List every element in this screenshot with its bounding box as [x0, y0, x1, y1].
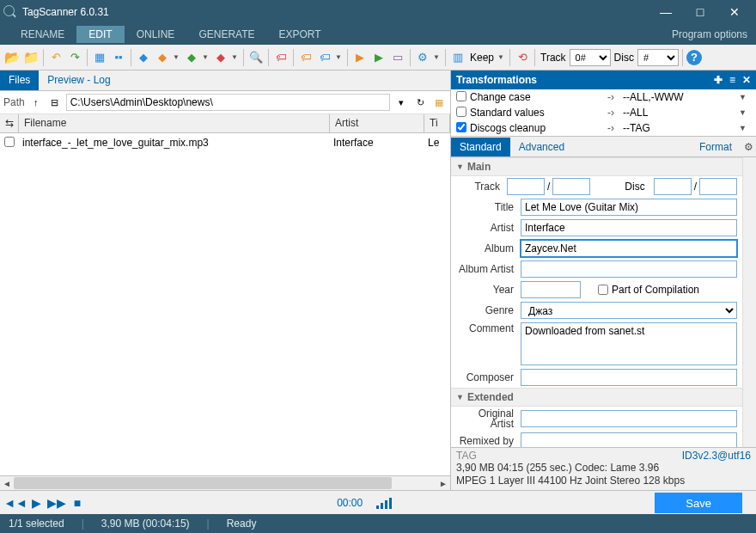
- menu-rename[interactable]: RENAME: [9, 26, 76, 43]
- remixed-by-input[interactable]: [521, 432, 737, 447]
- tab-advanced[interactable]: Advanced: [510, 138, 573, 156]
- title-input[interactable]: [521, 199, 737, 216]
- drive-icon[interactable]: ⊟: [47, 95, 63, 110]
- genre-select[interactable]: Джаз: [521, 302, 737, 319]
- album-input[interactable]: [521, 240, 737, 257]
- tag-edit-dropdown[interactable]: ▼: [335, 53, 344, 61]
- tag-edit-icon[interactable]: 🏷: [316, 49, 333, 66]
- save-button[interactable]: Save: [655, 493, 742, 513]
- chevron-down-icon[interactable]: ▼: [739, 93, 751, 101]
- file-row-checkbox[interactable]: [4, 137, 15, 147]
- arrow-up-icon[interactable]: ◆: [183, 49, 200, 66]
- columns-icon[interactable]: ▥: [449, 49, 466, 66]
- format-link[interactable]: Format: [691, 138, 741, 156]
- path-dropdown-icon[interactable]: ▾: [393, 95, 409, 110]
- year-input[interactable]: [521, 281, 581, 298]
- arrow-left-icon[interactable]: ◆: [135, 49, 152, 66]
- play-green-icon[interactable]: ▶: [370, 49, 387, 66]
- arrow-down-icon[interactable]: ◆: [212, 49, 229, 66]
- prev-track-icon[interactable]: ◄◄: [7, 494, 24, 512]
- editor-gear-icon[interactable]: ⚙: [741, 141, 756, 153]
- col-artist[interactable]: Artist: [330, 114, 424, 132]
- card-icon[interactable]: ▭: [389, 49, 406, 66]
- col-shuffle[interactable]: ⇆: [0, 114, 19, 132]
- grid-small-icon[interactable]: ▪▪: [110, 49, 127, 66]
- arrow-icon: -›: [607, 107, 623, 119]
- chevron-down-icon[interactable]: ▼: [739, 108, 751, 117]
- path-refresh-icon[interactable]: ↻: [412, 95, 428, 110]
- close-button[interactable]: ✕: [725, 5, 744, 19]
- col-filename[interactable]: Filename: [19, 114, 330, 132]
- tab-preview-log[interactable]: Preview - Log: [39, 70, 119, 90]
- window-buttons: — □ ✕: [656, 5, 744, 19]
- editor-scrollbar[interactable]: [742, 157, 756, 447]
- menu-export[interactable]: EXPORT: [267, 26, 333, 43]
- transformation-row[interactable]: Standard values -› --ALL ▼: [451, 105, 756, 120]
- arrow-right-icon[interactable]: ◆: [154, 49, 171, 66]
- open-folder-icon[interactable]: 📂: [3, 49, 21, 66]
- help-icon[interactable]: ?: [686, 50, 702, 65]
- composer-input[interactable]: [521, 369, 737, 386]
- path-input[interactable]: [66, 94, 390, 111]
- transformation-checkbox[interactable]: [456, 107, 466, 117]
- track-format-select[interactable]: 0#: [570, 49, 611, 66]
- stop-icon[interactable]: ■: [69, 494, 86, 512]
- chevron-down-icon[interactable]: ▼: [739, 124, 751, 132]
- track-total-input[interactable]: [552, 178, 590, 195]
- disc-input[interactable]: [654, 178, 692, 195]
- arrow-right-dropdown[interactable]: ▼: [173, 53, 181, 61]
- path-browse-icon[interactable]: ▦: [431, 95, 447, 110]
- play-icon[interactable]: ▶: [27, 494, 45, 512]
- tab-standard[interactable]: Standard: [451, 138, 510, 156]
- grid-large-icon[interactable]: ▦: [91, 49, 108, 66]
- menu-generate[interactable]: GENERATE: [186, 26, 266, 43]
- scroll-left-icon[interactable]: ◄: [0, 476, 14, 490]
- original-artist-input[interactable]: [521, 410, 737, 427]
- left-tabs: Files Preview - Log: [0, 70, 450, 91]
- tab-files[interactable]: Files: [0, 70, 39, 90]
- track-input[interactable]: [507, 178, 545, 195]
- restore-icon[interactable]: ⟲: [514, 49, 531, 66]
- transformations-close-icon[interactable]: ✕: [742, 74, 751, 86]
- file-list[interactable]: interface_-_let_me_love_guitar_mix.mp3 I…: [0, 133, 450, 475]
- scroll-right-icon[interactable]: ►: [436, 476, 450, 490]
- section-main[interactable]: ▼Main: [451, 157, 742, 176]
- tag-remove-icon[interactable]: 🏷: [297, 49, 314, 66]
- arrow-down-dropdown[interactable]: ▼: [231, 53, 240, 61]
- gear-icon[interactable]: ⚙: [414, 49, 431, 66]
- scroll-thumb[interactable]: [14, 477, 392, 489]
- transformation-value: --ALL: [623, 107, 739, 119]
- artist-input[interactable]: [521, 219, 737, 236]
- program-options-link[interactable]: Program options: [672, 28, 747, 40]
- path-up-icon[interactable]: ↑: [28, 95, 44, 110]
- play-orange-icon[interactable]: ▶: [351, 49, 369, 66]
- keep-dropdown[interactable]: ▼: [497, 53, 506, 61]
- add-folder-icon[interactable]: 📁: [22, 49, 40, 66]
- undo-icon[interactable]: ↶: [47, 49, 64, 66]
- disc-format-select[interactable]: #: [637, 49, 679, 66]
- comment-input[interactable]: Downloaded from sanet.st: [521, 322, 737, 365]
- compilation-checkbox[interactable]: [598, 285, 608, 295]
- menu-online[interactable]: ONLINE: [125, 26, 187, 43]
- transformation-row[interactable]: Change case -› --ALL,-WWW ▼: [451, 89, 756, 105]
- transformation-row[interactable]: Discogs cleanup -› --TAG ▼: [451, 120, 756, 136]
- arrow-up-dropdown[interactable]: ▼: [202, 53, 210, 61]
- transformations-menu-icon[interactable]: ≡: [729, 74, 735, 86]
- menu-edit[interactable]: EDIT: [76, 26, 124, 43]
- transformation-checkbox[interactable]: [456, 91, 466, 101]
- transformation-checkbox[interactable]: [456, 122, 466, 132]
- album-artist-input[interactable]: [521, 260, 737, 278]
- disc-total-input[interactable]: [699, 178, 737, 195]
- minimize-button[interactable]: —: [656, 5, 675, 19]
- col-title[interactable]: Ti: [424, 114, 450, 132]
- maximize-button[interactable]: □: [691, 5, 710, 19]
- section-extended[interactable]: ▼Extended: [451, 388, 742, 407]
- file-row[interactable]: interface_-_let_me_love_guitar_mix.mp3 I…: [0, 133, 450, 152]
- next-track-icon[interactable]: ▶▶: [48, 494, 65, 512]
- transformations-add-icon[interactable]: ✚: [714, 74, 722, 86]
- redo-icon[interactable]: ↷: [66, 49, 83, 66]
- search-icon[interactable]: 🔍: [247, 49, 265, 66]
- horizontal-scrollbar[interactable]: ◄ ►: [0, 475, 450, 490]
- tag-red-icon[interactable]: 🏷: [272, 49, 290, 66]
- gear-dropdown[interactable]: ▼: [433, 53, 442, 61]
